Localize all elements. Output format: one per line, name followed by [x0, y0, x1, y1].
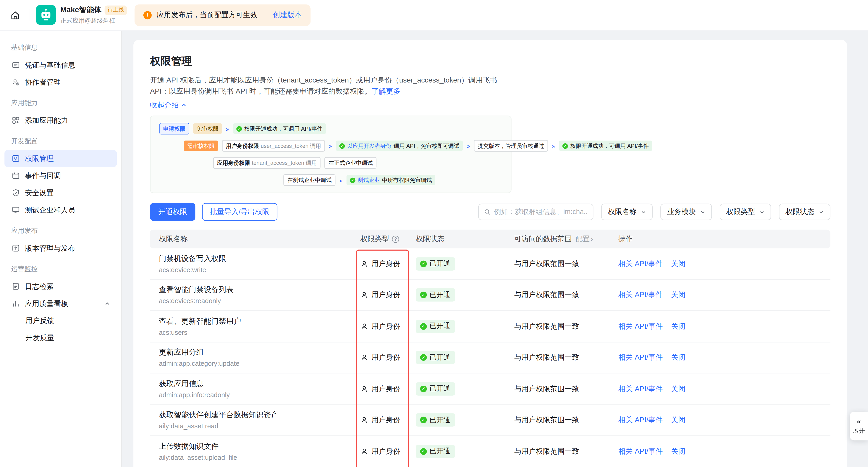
test-org-link[interactable]: 测试企业 — [358, 176, 380, 184]
permission-name-cell: 门禁机设备写入权限 acs:device:write — [150, 254, 360, 274]
tenant-token-code: tenant_access_token 调用 — [252, 160, 317, 166]
sidebar-item-permission-management[interactable]: 权限管理 — [4, 150, 117, 167]
related-api-link[interactable]: 相关 API/事件 — [618, 384, 663, 394]
close-permission-link[interactable]: 关闭 — [671, 353, 685, 363]
double-chevron-left-icon: « — [857, 418, 861, 425]
close-permission-link[interactable]: 关闭 — [671, 415, 685, 425]
permission-type-label: 用户身份 — [371, 415, 400, 425]
user-token-node: 用户身份权限user_access_token 调用 — [222, 140, 325, 152]
table-row: 上传数据知识文件 aily:data_asset:upload_file 用户身… — [150, 436, 830, 467]
check-icon: ✓ — [339, 143, 345, 148]
submit-version-node: 提交版本，管理员审核通过 — [474, 140, 548, 152]
close-permission-link[interactable]: 关闭 — [671, 384, 685, 394]
filter-dropdown[interactable]: 权限类型 — [720, 204, 771, 220]
permission-name: 查看智能门禁设备列表 — [159, 285, 360, 295]
close-permission-link[interactable]: 关闭 — [671, 446, 685, 456]
filter-dropdown[interactable]: 权限名称 — [601, 204, 653, 220]
scope-config-label: 配置 — [576, 234, 590, 244]
column-header-name: 权限名称 — [150, 234, 360, 244]
related-api-link[interactable]: 相关 API/事件 — [618, 353, 663, 363]
sidebar-item-dev-quality[interactable]: 开发质量 — [4, 329, 117, 346]
status-label: 已开通 — [430, 259, 450, 269]
help-icon[interactable]: ? — [392, 235, 399, 242]
app-status-badge: 待上线 — [105, 5, 127, 15]
user-icon — [360, 447, 368, 455]
table-header: 权限名称 权限类型 ? 权限状态 可访问的数据范围 配置› 操作 — [150, 230, 830, 248]
sidebar-item-events-callbacks[interactable]: 事件与回调 — [4, 167, 117, 184]
close-permission-link[interactable]: 关闭 — [671, 259, 685, 269]
permission-type-cell: 用户身份 — [360, 384, 416, 394]
permission-name: 查看、更新智能门禁用户 — [159, 316, 360, 326]
sidebar-item-collaborator-management[interactable]: 协作者管理 — [4, 74, 117, 91]
sidebar-item-security-settings[interactable]: 安全设置 — [4, 184, 117, 201]
permission-name-cell: 查看智能门禁设备列表 acs:devices:readonly — [150, 285, 360, 305]
scope-config-link[interactable]: 配置› — [576, 234, 593, 244]
tenant-token-label: 应用身份权限 — [217, 160, 250, 166]
search-input[interactable] — [494, 208, 588, 215]
sidebar-item-quality-dashboard[interactable]: 应用质量看板 — [4, 295, 117, 312]
filter-dropdown[interactable]: 业务模块 — [660, 204, 712, 220]
learn-more-link[interactable]: 了解更多 — [372, 87, 400, 95]
permission-type-label: 用户身份 — [371, 322, 400, 331]
status-label: 已开通 — [430, 353, 450, 362]
sidebar-item-log-search[interactable]: 日志检索 — [4, 278, 117, 295]
test-result-text: 中所有权限免审调试 — [382, 176, 432, 184]
user-icon — [360, 291, 368, 299]
close-permission-link[interactable]: 关闭 — [671, 322, 685, 331]
sidebar-item-version-release[interactable]: 版本管理与发布 — [4, 240, 117, 257]
related-api-link[interactable]: 相关 API/事件 — [618, 322, 663, 331]
permission-type-cell: 用户身份 — [360, 446, 416, 456]
flow-arrow-icon: » — [552, 142, 555, 149]
user-icon — [360, 416, 368, 424]
filter-dropdown[interactable]: 权限状态 — [779, 204, 831, 220]
column-header-label: 权限类型 — [360, 234, 389, 244]
user-token-code: user_access_token 调用 — [261, 142, 321, 148]
dev-identity-link[interactable]: 以应用开发者身份 — [347, 142, 392, 149]
sidebar-item-credentials-info[interactable]: 凭证与基础信息 — [4, 57, 117, 74]
expand-panel-button[interactable]: « 展开 — [850, 412, 868, 440]
topbar: Make智能体 待上线 正式应用@超级斜杠 ! 应用发布后，当前配置方可生效 创… — [0, 0, 868, 31]
related-api-link[interactable]: 相关 API/事件 — [618, 415, 663, 425]
sidebar-item-label: 凭证与基础信息 — [25, 60, 75, 70]
sidebar-group-title: 基础信息 — [11, 43, 110, 53]
close-permission-link[interactable]: 关闭 — [671, 290, 685, 300]
sidebar-item-label: 事件与回调 — [25, 171, 61, 180]
check-circle-icon: ✓ — [420, 386, 427, 392]
safe-icon — [11, 154, 20, 163]
column-header-status: 权限状态 — [416, 234, 514, 244]
flow-arrow-icon: » — [339, 177, 343, 183]
sidebar-item-label: 日志检索 — [25, 281, 54, 291]
column-header-type: 权限类型 ? — [360, 234, 416, 244]
flow-arrow-icon: » — [226, 125, 229, 132]
collapse-intro-link[interactable]: 收起介绍 — [150, 100, 187, 110]
search-icon — [484, 208, 491, 215]
bar-chart-icon — [11, 299, 20, 308]
home-button[interactable] — [4, 4, 26, 26]
permission-type-label: 用户身份 — [371, 259, 400, 269]
check-circle-icon: ✓ — [420, 417, 427, 423]
user-icon — [360, 354, 368, 361]
permission-status-cell: ✓ 已开通 — [416, 382, 514, 396]
sidebar-item-label: 权限管理 — [25, 154, 54, 163]
sidebar-item-test-org-members[interactable]: 测试企业和人员 — [4, 201, 117, 219]
create-version-link[interactable]: 创建版本 — [273, 10, 302, 20]
sidebar-group-title: 运营监控 — [11, 264, 110, 274]
related-api-link[interactable]: 相关 API/事件 — [618, 290, 663, 300]
apply-permission-node: 申请权限 — [159, 123, 189, 134]
actions-cell: 相关 API/事件 关闭 — [618, 290, 830, 300]
filter-label: 权限类型 — [726, 207, 755, 217]
page-description: 开通 API 权限后，应用才能以应用身份（tenant_access_token… — [150, 75, 514, 96]
related-api-link[interactable]: 相关 API/事件 — [618, 446, 663, 456]
open-permission-button[interactable]: 开通权限 — [150, 203, 195, 221]
data-scope-cell: 与用户权限范围一致 — [514, 446, 618, 456]
import-export-button[interactable]: 批量导入/导出权限 — [202, 203, 277, 221]
permission-type-label: 用户身份 — [371, 446, 400, 456]
related-api-link[interactable]: 相关 API/事件 — [618, 259, 663, 269]
table-row: 查看智能门禁设备列表 acs:devices:readonly 用户身份 ✓ — [150, 279, 830, 311]
sidebar-item-add-capability[interactable]: 添加应用能力 — [4, 112, 117, 129]
permission-type-label: 用户身份 — [371, 384, 400, 394]
sidebar-item-user-feedback[interactable]: 用户反馈 — [4, 312, 117, 329]
calendar-event-icon — [11, 171, 20, 180]
flow-row: 应用身份权限tenant_access_token 调用 在正式企业中调试 — [213, 157, 502, 169]
sidebar-group-dev-config: 开发配置 权限管理 事件与回调 安全设置 测试企业和人员 — [4, 137, 117, 219]
